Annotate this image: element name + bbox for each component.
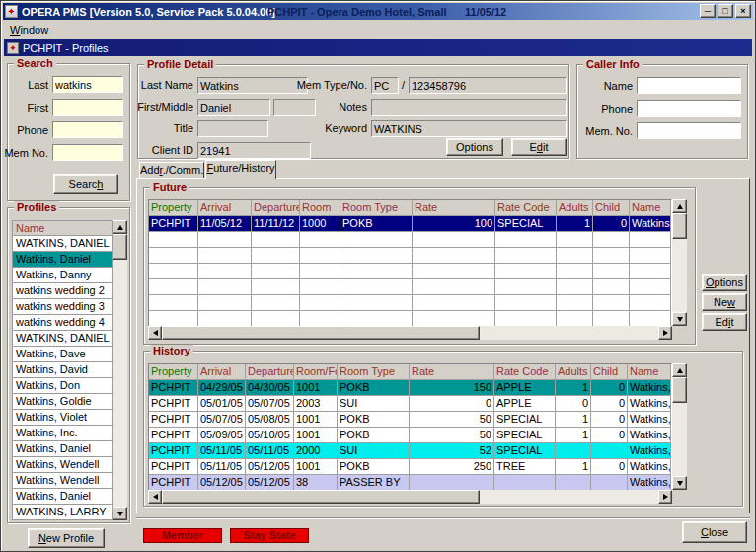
scroll-thumb[interactable] xyxy=(672,213,687,239)
caller-mem-no-input[interactable] xyxy=(637,122,741,139)
new-profile-button[interactable]: New Profile xyxy=(28,528,105,548)
profile-list-item[interactable]: Watkins, David xyxy=(12,362,113,378)
scroll-track[interactable] xyxy=(672,213,687,312)
scroll-left-button[interactable] xyxy=(148,326,162,340)
search-first-input[interactable] xyxy=(52,99,123,116)
tab-future-history[interactable]: Future/History xyxy=(205,160,276,179)
history-horizontal-scrollbar[interactable] xyxy=(148,490,672,504)
close-button[interactable]: Close xyxy=(682,521,747,543)
search-mem-no-input[interactable] xyxy=(52,144,123,161)
future-row[interactable] xyxy=(149,232,671,248)
scroll-right-button[interactable] xyxy=(658,490,672,504)
profile-list-item[interactable]: Watkins, Daniel xyxy=(12,441,113,457)
profiles-window-title: PCHPIT - Profiles xyxy=(23,42,109,54)
close-window-icon[interactable]: × xyxy=(735,4,751,18)
last-name-field[interactable] xyxy=(197,77,308,94)
cell xyxy=(252,232,300,248)
scroll-track[interactable] xyxy=(113,234,127,507)
future-edit-button[interactable]: Edit xyxy=(702,313,747,331)
cell xyxy=(593,279,630,295)
profile-options-button[interactable]: Options xyxy=(446,138,503,156)
future-horizontal-scrollbar[interactable] xyxy=(148,326,672,340)
scroll-down-button[interactable] xyxy=(113,507,127,520)
mem-type-field[interactable] xyxy=(371,77,399,94)
member-badge[interactable]: Member xyxy=(143,528,222,543)
profile-list-item[interactable]: Watkins, Wendell xyxy=(12,473,113,489)
caller-phone-input[interactable] xyxy=(637,100,741,117)
profiles-group: Profiles Name WATKINS, DANIELWatkins, Da… xyxy=(7,207,130,523)
scroll-down-button[interactable] xyxy=(672,476,687,490)
scroll-up-button[interactable] xyxy=(672,199,687,213)
stay-state-badge[interactable]: Stay State xyxy=(230,528,309,543)
scroll-thumb[interactable] xyxy=(162,490,480,504)
profile-list-item[interactable]: Watkins, Goldie xyxy=(12,394,113,410)
search-field-row: First xyxy=(12,99,123,116)
future-row[interactable] xyxy=(149,248,671,264)
search-last-input[interactable] xyxy=(52,76,123,93)
future-vertical-scrollbar[interactable] xyxy=(672,199,687,326)
search-phone-input[interactable] xyxy=(52,121,123,138)
footer-separator xyxy=(136,517,750,519)
history-row[interactable]: PCHPIT05/09/0505/10/051001POKB50SPECIAL1… xyxy=(149,428,671,443)
profile-list-item[interactable]: watkins wedding 3 xyxy=(12,299,113,315)
minimize-icon[interactable]: ─ xyxy=(700,4,716,18)
profile-list-item[interactable]: Watkins, Wendell xyxy=(12,457,113,473)
keyword-field[interactable] xyxy=(371,120,567,137)
future-row[interactable] xyxy=(149,311,671,327)
menu-window[interactable]: Window xyxy=(3,22,55,38)
profile-list-item[interactable]: watkins wedding 2 xyxy=(12,283,113,299)
cell xyxy=(557,248,593,264)
profile-list-item[interactable]: Watkins, Daniel xyxy=(12,489,113,505)
cell: SPECIAL xyxy=(494,428,556,443)
scroll-thumb[interactable] xyxy=(162,326,480,340)
history-row[interactable]: PCHPIT04/29/0504/30/051001POKB150APPLE10… xyxy=(149,380,671,396)
maximize-icon[interactable]: □ xyxy=(718,4,733,18)
caller-name-input[interactable] xyxy=(637,77,741,94)
future-row[interactable]: PCHPIT11/05/1211/11/121000POKB100SPECIAL… xyxy=(149,216,671,232)
future-row[interactable] xyxy=(149,295,671,311)
scroll-track[interactable] xyxy=(162,490,658,504)
cell xyxy=(252,264,300,279)
title-field[interactable] xyxy=(197,120,268,137)
scroll-down-button[interactable] xyxy=(672,312,687,326)
client-id-field[interactable] xyxy=(197,142,311,159)
mem-no-field[interactable] xyxy=(409,77,567,94)
cell xyxy=(630,279,671,295)
future-row[interactable] xyxy=(149,264,671,279)
history-row[interactable]: PCHPIT05/12/0505/12/0538PASSER BYWatkins… xyxy=(149,475,671,491)
profile-list-item[interactable]: WATKINS, DANIEL xyxy=(12,236,113,252)
tab-addr-comm[interactable]: Addr./Comm. xyxy=(139,162,204,178)
future-options-button[interactable]: Options xyxy=(702,274,747,291)
history-vertical-scrollbar[interactable] xyxy=(672,363,687,490)
scroll-left-button[interactable] xyxy=(148,490,162,504)
profile-list-item[interactable]: Watkins, Violet xyxy=(12,410,113,426)
scroll-thumb[interactable] xyxy=(672,377,687,403)
profile-list-item[interactable]: watkins wedding 4 xyxy=(12,315,113,331)
first-name-field[interactable] xyxy=(197,99,270,116)
profile-list-item[interactable]: Watkins, Inc. xyxy=(12,426,113,441)
scroll-up-button[interactable] xyxy=(672,363,687,377)
scroll-track[interactable] xyxy=(162,326,658,340)
history-row[interactable]: PCHPIT05/11/0505/12/051001POKB250TREE10W… xyxy=(149,459,671,475)
profile-list-item[interactable]: Watkins, Danny xyxy=(12,268,113,283)
profile-list-item[interactable]: Watkins, Dave xyxy=(12,347,113,362)
profile-list-item[interactable]: WATKINS, DANIEL xyxy=(12,331,113,347)
future-row[interactable] xyxy=(149,279,671,295)
future-new-button[interactable]: New xyxy=(702,293,747,311)
profiles-scrollbar[interactable] xyxy=(113,220,127,520)
history-row[interactable]: PCHPIT05/01/0505/07/052003SUI0APPLE00Wat… xyxy=(149,396,671,412)
profile-edit-button[interactable]: Edit xyxy=(511,138,567,156)
scroll-track[interactable] xyxy=(672,377,687,476)
scroll-thumb[interactable] xyxy=(113,234,127,260)
history-row[interactable]: PCHPIT05/07/0505/08/051001POKB50SPECIAL1… xyxy=(149,412,671,428)
profile-list-item[interactable]: Watkins, Don xyxy=(12,378,113,394)
mem-separator: / xyxy=(402,77,405,94)
cell: POKB xyxy=(340,216,413,232)
scroll-right-button[interactable] xyxy=(658,326,672,340)
notes-field[interactable] xyxy=(371,99,567,116)
history-row[interactable]: PCHPIT05/11/0505/11/052000SUI52SPECIALWa… xyxy=(149,443,671,459)
profile-list-item[interactable]: Watkins, Daniel xyxy=(12,252,113,268)
profile-list-item[interactable]: WATKINS, LARRY xyxy=(12,505,113,520)
scroll-up-button[interactable] xyxy=(113,220,127,234)
search-button[interactable]: Search xyxy=(53,174,118,194)
